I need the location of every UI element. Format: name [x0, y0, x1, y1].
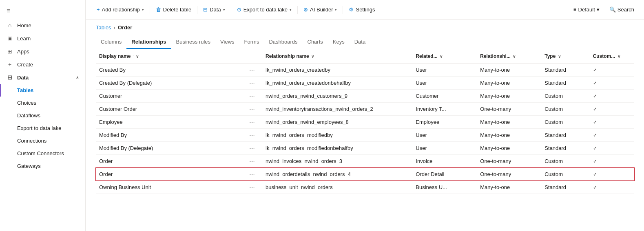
separator-2 [197, 6, 197, 14]
apps-icon: ⊞ [7, 48, 13, 55]
cell-related-4: Employee [412, 116, 477, 129]
delete-table-button[interactable]: 🗑 Delete table [152, 4, 195, 15]
cell-relname-3: nwind_inventorytransactions_nwind_orders… [262, 103, 412, 116]
lines-icon: ≡ [573, 7, 577, 13]
tab-relationships[interactable]: Relationships [126, 35, 171, 49]
sidebar-item-export[interactable]: Export to data lake [0, 122, 85, 134]
cell-related-9: Business U... [412, 181, 477, 194]
sidebar-item-home-label: Home [17, 22, 31, 29]
related-sort-icon: ∨ [440, 54, 443, 59]
export-icon: ⊙ [237, 7, 241, 13]
cell-display-0: Created By [96, 64, 246, 77]
relship-sort-icon: ∨ [513, 54, 516, 59]
cell-dots-9[interactable]: ··· [246, 181, 262, 194]
table-row[interactable]: Created By (Delegate) ··· lk_nwind_order… [96, 77, 634, 90]
custom-sort-icon: ∨ [617, 54, 620, 59]
search-button[interactable]: 🔍 Search [606, 5, 637, 14]
data-button[interactable]: ⊟ Data ▾ [199, 4, 229, 15]
th-custom[interactable]: Custom... ∨ [590, 49, 634, 64]
tab-business-rules[interactable]: Business rules [171, 35, 216, 49]
sidebar-item-choices[interactable]: Choices [0, 97, 85, 109]
sidebar-item-custom-connectors[interactable]: Custom Connectors [0, 147, 85, 160]
sidebar-item-tables[interactable]: Tables [0, 84, 85, 97]
table-row[interactable]: Owning Business Unit ··· business_unit_n… [96, 181, 634, 194]
tab-keys[interactable]: Keys [328, 35, 350, 49]
default-button[interactable]: ≡ Default ▾ [570, 5, 603, 14]
cell-dots-1[interactable]: ··· [246, 77, 262, 90]
add-relationship-label: Add relationship [102, 7, 140, 13]
tab-data[interactable]: Data [350, 35, 370, 49]
tab-forms[interactable]: Forms [239, 35, 264, 49]
sidebar-item-data[interactable]: ⊟ Data ∧ [0, 71, 85, 84]
table-row[interactable]: Customer ··· nwind_orders_nwind_customer… [96, 90, 634, 103]
cell-dots-8[interactable]: ··· [246, 168, 262, 181]
cell-type-6: Standard [541, 142, 589, 155]
tab-views[interactable]: Views [215, 35, 239, 49]
add-relationship-button[interactable]: + Add relationship ▾ [93, 4, 148, 15]
cell-custom-9: ✓ [590, 181, 634, 194]
sidebar-item-connections[interactable]: Connections [0, 134, 85, 147]
cell-dots-3[interactable]: ··· [246, 103, 262, 116]
check-icon: ✓ [593, 119, 597, 125]
cell-relship-5: Many-to-one [477, 129, 541, 142]
sidebar-item-create[interactable]: + Create [0, 58, 85, 71]
th-type[interactable]: Type ∨ [541, 49, 589, 64]
tab-columns[interactable]: Columns [96, 35, 126, 49]
cell-relship-8: One-to-many [477, 168, 541, 181]
cell-relship-3: One-to-many [477, 103, 541, 116]
th-display-name[interactable]: Display name ↑ ∨ [96, 49, 246, 64]
cell-dots-4[interactable]: ··· [246, 116, 262, 129]
cell-dots-5[interactable]: ··· [246, 129, 262, 142]
sidebar-item-dataflows[interactable]: Dataflows [0, 109, 85, 122]
cell-dots-7[interactable]: ··· [246, 155, 262, 168]
th-dots [246, 49, 262, 64]
cell-dots-0[interactable]: ··· [246, 64, 262, 77]
settings-button[interactable]: ⚙ Settings [345, 4, 379, 15]
breadcrumb-current: Order [118, 24, 132, 31]
sidebar-item-apps[interactable]: ⊞ Apps [0, 45, 85, 58]
ai-builder-button[interactable]: ⊛ AI Builder ▾ [299, 4, 341, 15]
table-row[interactable]: Modified By ··· lk_nwind_orders_modified… [96, 129, 634, 142]
add-relationship-chevron-icon: ▾ [142, 8, 144, 12]
tab-charts[interactable]: Charts [303, 35, 328, 49]
tab-dashboards[interactable]: Dashboards [264, 35, 302, 49]
check-icon: ✓ [593, 67, 597, 73]
data-chevron-icon: ∧ [76, 75, 79, 80]
sidebar-item-learn-label: Learn [17, 35, 31, 42]
cell-dots-2[interactable]: ··· [246, 90, 262, 103]
cell-dots-6[interactable]: ··· [246, 142, 262, 155]
export-chevron-icon: ▾ [290, 8, 292, 12]
table-row[interactable]: Created By ··· lk_nwind_orders_createdby… [96, 64, 634, 77]
export-button[interactable]: ⊙ Export to data lake ▾ [233, 4, 296, 15]
th-relationship[interactable]: Relationshi... ∨ [477, 49, 541, 64]
export-label: Export to data lake [243, 7, 288, 13]
sidebar-item-dataflows-label: Dataflows [17, 112, 40, 119]
sidebar: ≡ ⌂ Home ▣ Learn ⊞ Apps + Create ⊟ Data … [0, 0, 86, 231]
th-related[interactable]: Related... ∨ [412, 49, 477, 64]
table-row[interactable]: Employee ··· nwind_orders_nwind_employee… [96, 116, 634, 129]
table-row[interactable]: Order ··· nwind_invoices_nwind_orders_3 … [96, 155, 634, 168]
relname-sort-icon: ∨ [311, 54, 314, 59]
breadcrumb-tables-link[interactable]: Tables [96, 24, 111, 31]
th-relationship-name[interactable]: Relationship name ∨ [262, 49, 412, 64]
home-icon: ⌂ [7, 22, 13, 29]
separator-4 [297, 6, 298, 14]
table-row[interactable]: Order ··· nwind_orderdetails_nwind_order… [96, 168, 634, 181]
cell-custom-4: ✓ [590, 116, 634, 129]
data-icon: ⊟ [7, 74, 13, 81]
hamburger-button[interactable]: ≡ [0, 3, 85, 19]
sidebar-item-gateways-label: Gateways [17, 163, 41, 169]
sidebar-item-home[interactable]: ⌂ Home [0, 19, 85, 32]
cell-display-3: Customer Order [96, 103, 246, 116]
cell-display-7: Order [96, 155, 246, 168]
table-row[interactable]: Modified By (Delegate) ··· lk_nwind_orde… [96, 142, 634, 155]
table-row[interactable]: Customer Order ··· nwind_inventorytransa… [96, 103, 634, 116]
separator-1 [150, 6, 150, 14]
cell-relship-9: Many-to-one [477, 181, 541, 194]
sidebar-item-gateways[interactable]: Gateways [0, 160, 85, 172]
sidebar-item-custom-connectors-label: Custom Connectors [17, 150, 64, 156]
data-label: Data [210, 7, 221, 13]
sidebar-item-learn[interactable]: ▣ Learn [0, 32, 85, 45]
display-sort-icon: ↑ ∨ [133, 54, 139, 59]
check-icon: ✓ [593, 93, 597, 99]
